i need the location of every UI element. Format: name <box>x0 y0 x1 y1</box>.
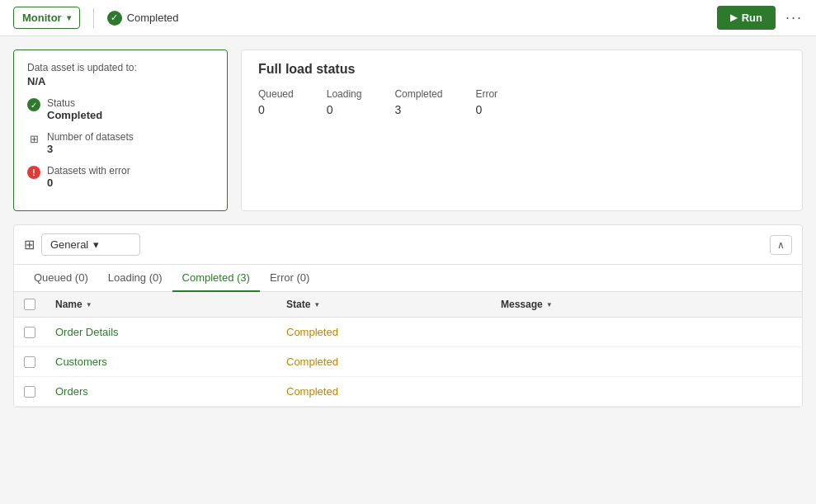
main-content: Data asset is updated to: N/A ✓ Status C… <box>0 36 816 421</box>
header-checkbox-cell <box>14 292 45 318</box>
row-checkbox[interactable] <box>24 386 35 398</box>
panels-row: Data asset is updated to: N/A ✓ Status C… <box>13 49 803 211</box>
header-divider <box>93 8 94 28</box>
error-icon: ! <box>27 166 40 179</box>
row-message-cell <box>491 318 802 347</box>
col-header-message: Message ▼ <box>491 292 802 318</box>
table-header-row: Name ▼ State ▼ Message ▼ <box>14 292 802 318</box>
row-name-cell: Customers <box>45 347 276 377</box>
tab-queued[interactable]: Queued (0) <box>24 265 98 292</box>
datasets-label: Number of datasets <box>47 131 134 143</box>
header-status: ✓ Completed <box>107 11 179 26</box>
tab-error[interactable]: Error (0) <box>260 265 319 292</box>
play-icon: ▶ <box>730 12 737 23</box>
chevron-down-icon: ▾ <box>67 13 71 22</box>
col-message-label: Message <box>501 299 543 310</box>
completed-label: Completed <box>394 88 442 100</box>
stat-loading: Loading 0 <box>327 88 362 116</box>
row-name-cell: Order Details <box>45 318 276 347</box>
errors-info: Datasets with error 0 <box>47 165 130 189</box>
errors-label: Datasets with error <box>47 165 130 177</box>
queued-label: Queued <box>258 88 294 100</box>
loading-value: 0 <box>327 103 362 116</box>
row-state-value: Completed <box>286 326 338 338</box>
panel-na-value: N/A <box>27 75 214 87</box>
table-row: Order Details Completed <box>14 318 802 347</box>
right-panel: Full load status Queued 0 Loading 0 Comp… <box>241 49 803 211</box>
message-sort-icon[interactable]: ▼ <box>546 301 553 309</box>
row-checkbox-cell <box>14 347 45 377</box>
row-state-cell: Completed <box>276 318 491 347</box>
table-icon: ⊞ <box>27 132 40 145</box>
monitor-label: Monitor <box>22 12 62 24</box>
queued-value: 0 <box>258 103 294 116</box>
stat-queued: Queued 0 <box>258 88 294 116</box>
col-header-state: State ▼ <box>276 292 491 318</box>
monitor-button[interactable]: Monitor ▾ <box>13 7 80 29</box>
completed-value: 3 <box>394 103 442 116</box>
row-message-cell <box>491 347 802 377</box>
status-info: Status Completed <box>47 97 102 121</box>
state-sort-icon[interactable]: ▼ <box>314 301 320 309</box>
row-name-link[interactable]: Order Details <box>55 326 119 338</box>
loading-label: Loading <box>327 88 362 100</box>
tab-loading[interactable]: Loading (0) <box>98 265 172 292</box>
row-message-cell <box>491 377 802 407</box>
table-row: Customers Completed <box>14 347 802 377</box>
col-header-name: Name ▼ <box>45 292 276 318</box>
select-chevron-down-icon: ▾ <box>93 238 99 251</box>
header-status-label: Completed <box>127 12 179 24</box>
row-checkbox[interactable] <box>24 327 35 338</box>
general-select[interactable]: General ▾ <box>41 233 140 256</box>
row-name-link[interactable]: Orders <box>55 385 88 398</box>
status-label: Status <box>47 97 102 109</box>
stat-error: Error 0 <box>475 88 498 116</box>
header: Monitor ▾ ✓ Completed ▶ Run ··· <box>0 0 816 36</box>
datasets-row: ⊞ Number of datasets 3 <box>27 131 214 155</box>
row-checkbox[interactable] <box>24 356 35 368</box>
left-panel: Data asset is updated to: N/A ✓ Status C… <box>13 49 228 211</box>
row-state-value: Completed <box>286 356 338 368</box>
col-name-label: Name <box>55 299 83 310</box>
row-checkbox-cell <box>14 318 45 347</box>
row-state-cell: Completed <box>276 347 491 377</box>
data-table: Name ▼ State ▼ Message ▼ <box>14 292 802 407</box>
table-row: Orders Completed <box>14 377 802 407</box>
error-label: Error <box>475 88 498 100</box>
panel-subtitle: Data asset is updated to: <box>27 62 214 73</box>
status-check-circle: ✓ <box>27 98 40 111</box>
collapse-button[interactable]: ∧ <box>770 235 792 255</box>
stat-completed: Completed 3 <box>394 88 442 116</box>
run-label: Run <box>742 12 762 24</box>
table-toolbar: ⊞ General ▾ ∧ <box>14 225 802 265</box>
name-sort-icon[interactable]: ▼ <box>86 301 92 309</box>
status-check-icon: ✓ <box>107 11 122 26</box>
row-name-link[interactable]: Customers <box>55 356 107 368</box>
datasets-value: 3 <box>47 143 134 155</box>
datasets-info: Number of datasets 3 <box>47 131 134 155</box>
tab-completed[interactable]: Completed (3) <box>172 265 260 292</box>
status-value: Completed <box>47 109 102 121</box>
row-state-cell: Completed <box>276 377 491 407</box>
errors-value: 0 <box>47 177 130 189</box>
row-checkbox-cell <box>14 377 45 407</box>
stats-row: Queued 0 Loading 0 Completed 3 Error 0 <box>258 88 785 116</box>
errors-row: ! Datasets with error 0 <box>27 165 214 189</box>
row-name-cell: Orders <box>45 377 276 407</box>
tabs-row: Queued (0) Loading (0) Completed (3) Err… <box>14 265 802 292</box>
more-options-button[interactable]: ··· <box>785 9 803 26</box>
run-button[interactable]: ▶ Run <box>717 6 776 30</box>
error-value: 0 <box>475 103 498 116</box>
full-load-title: Full load status <box>258 62 785 77</box>
status-row: ✓ Status Completed <box>27 97 214 121</box>
grid-icon: ⊞ <box>24 237 35 252</box>
table-body: Order Details Completed Customers Comple… <box>14 318 802 407</box>
select-all-checkbox[interactable] <box>24 299 35 310</box>
col-state-label: State <box>286 299 310 310</box>
table-section: ⊞ General ▾ ∧ Queued (0) Loading (0) Com… <box>13 224 803 407</box>
general-select-label: General <box>50 238 88 251</box>
row-state-value: Completed <box>286 385 338 398</box>
